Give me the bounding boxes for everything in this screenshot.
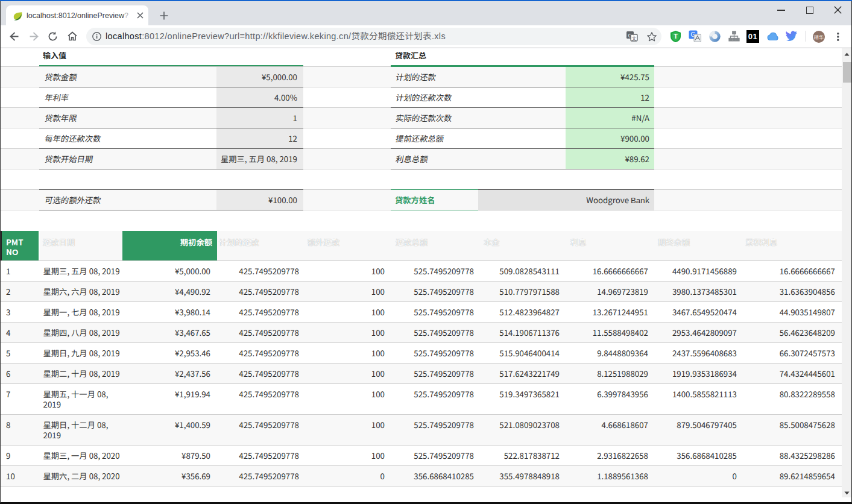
svg-text:T: T bbox=[674, 33, 678, 40]
svg-text:文: 文 bbox=[631, 34, 637, 41]
